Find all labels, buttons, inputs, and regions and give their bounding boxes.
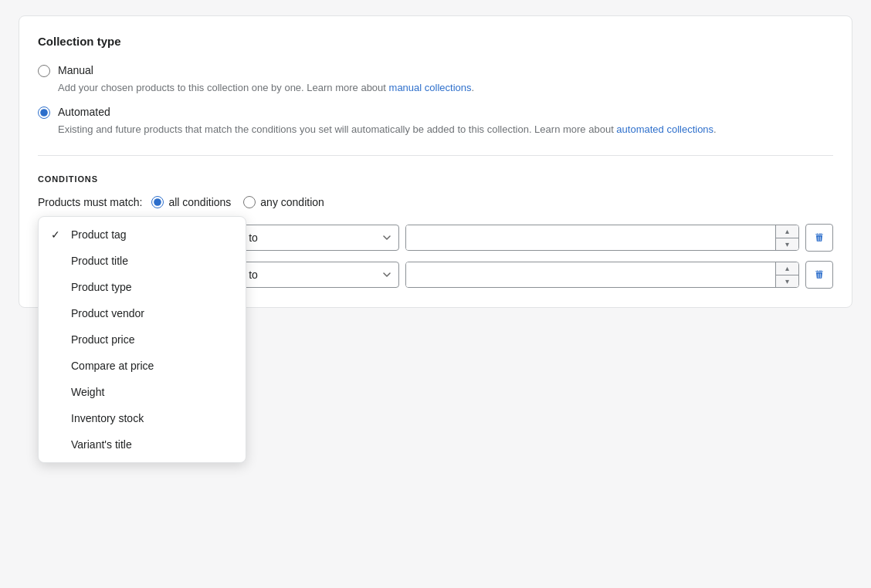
automated-desc: Existing and future products that match … [58, 122, 717, 137]
trash-icon-2 [813, 269, 825, 281]
condition-value-input-2[interactable] [406, 262, 775, 287]
all-conditions-option: all conditions [151, 196, 231, 208]
any-condition-label[interactable]: any condition [260, 196, 324, 208]
match-radio-group: all conditions any condition [151, 196, 324, 208]
any-condition-option: any condition [243, 196, 324, 208]
dropdown-item-product-title[interactable]: ✓ Product title [39, 248, 246, 274]
dropdown-item-product-vendor-label: Product vendor [71, 307, 144, 319]
dropdown-item-variants-title-label: Variant's title [71, 438, 132, 451]
dropdown-item-compare-at-price[interactable]: ✓ Compare at price [39, 353, 246, 379]
collection-type-section: Collection type Manual Add your chosen p… [38, 35, 833, 137]
manual-desc: Add your chosen products to this collect… [58, 80, 474, 96]
condition-stepper-2: ▴ ▾ [775, 262, 798, 287]
all-conditions-radio[interactable] [151, 196, 164, 208]
any-condition-radio[interactable] [243, 196, 256, 208]
dropdown-item-variants-title[interactable]: ✓ Variant's title [39, 431, 246, 458]
automated-collections-link[interactable]: automated collections [616, 123, 713, 135]
condition-value-wrapper-2: ▴ ▾ [405, 262, 799, 288]
dropdown-item-weight[interactable]: ✓ Weight [39, 379, 246, 405]
dropdown-item-inventory-stock[interactable]: ✓ Inventory stock [39, 405, 246, 431]
automated-option: Automated Existing and future products t… [38, 105, 833, 137]
collection-type-radio-group: Manual Add your chosen products to this … [38, 63, 833, 137]
dropdown-item-inventory-stock-label: Inventory stock [71, 412, 144, 424]
match-label: Products must match: [38, 196, 142, 208]
delete-condition-2[interactable] [805, 261, 833, 289]
divider [38, 155, 833, 156]
dropdown-item-product-tag[interactable]: ✓ Product tag [39, 221, 246, 248]
manual-collections-link[interactable]: manual collections [389, 82, 472, 93]
trash-icon-1 [813, 231, 825, 244]
stepper-up-1[interactable]: ▴ [776, 225, 798, 238]
collection-type-card: Collection type Manual Add your chosen p… [19, 15, 852, 308]
condition-rows-container: Product tag Product title Product type P… [38, 224, 833, 289]
dropdown-item-product-vendor[interactable]: ✓ Product vendor [39, 300, 246, 326]
field-dropdown-menu: ✓ Product tag ✓ Product title ✓ Product … [38, 216, 246, 463]
all-conditions-label[interactable]: all conditions [168, 196, 231, 208]
delete-condition-1[interactable] [805, 224, 833, 252]
dropdown-item-weight-label: Weight [71, 386, 104, 398]
check-icon-product-tag: ✓ [51, 228, 63, 241]
manual-label[interactable]: Manual [58, 64, 93, 76]
dropdown-item-product-price[interactable]: ✓ Product price [39, 326, 246, 353]
collection-type-title: Collection type [38, 35, 833, 48]
match-row: Products must match: all conditions any … [38, 196, 833, 208]
stepper-up-2[interactable]: ▴ [776, 262, 798, 275]
manual-option: Manual Add your chosen products to this … [38, 63, 833, 96]
conditions-section: CONDITIONS Products must match: all cond… [38, 174, 833, 289]
dropdown-item-product-type[interactable]: ✓ Product type [39, 274, 246, 300]
manual-radio[interactable] [38, 65, 50, 77]
condition-value-input-1[interactable] [406, 225, 775, 250]
stepper-down-2[interactable]: ▾ [776, 275, 798, 288]
dropdown-item-compare-at-price-label: Compare at price [71, 360, 154, 372]
stepper-down-1[interactable]: ▾ [776, 238, 798, 251]
automated-radio[interactable] [38, 106, 50, 119]
dropdown-item-product-tag-label: Product tag [71, 228, 127, 241]
conditions-title: CONDITIONS [38, 174, 833, 184]
automated-label[interactable]: Automated [58, 106, 110, 118]
condition-value-wrapper-1: ▴ ▾ [405, 225, 799, 251]
dropdown-item-product-title-label: Product title [71, 255, 128, 267]
condition-stepper-1: ▴ ▾ [775, 225, 798, 250]
dropdown-item-product-price-label: Product price [71, 333, 134, 346]
dropdown-item-product-type-label: Product type [71, 281, 132, 293]
